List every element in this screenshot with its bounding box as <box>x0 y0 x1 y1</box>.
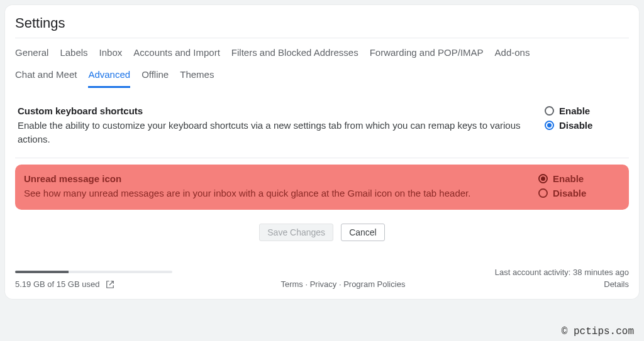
link-terms[interactable]: Terms <box>280 279 303 289</box>
radio-label: Disable <box>559 120 592 131</box>
tab-chat-meet[interactable]: Chat and Meet <box>15 68 77 88</box>
radio-icon <box>538 188 548 198</box>
tab-filters-blocked[interactable]: Filters and Blocked Addresses <box>231 46 358 64</box>
settings-sections: Custom keyboard shortcuts Enable the abi… <box>15 88 629 210</box>
external-link-icon[interactable] <box>106 280 114 289</box>
link-privacy[interactable]: Privacy <box>310 279 337 289</box>
tab-accounts-import[interactable]: Accounts and Import <box>133 46 220 64</box>
tab-advanced[interactable]: Advanced <box>88 68 130 88</box>
storage-bar-fill <box>15 271 69 273</box>
section-unread-message-icon: Unread message icon See how many unread … <box>15 165 629 210</box>
section-description-block: Unread message icon See how many unread … <box>24 173 526 200</box>
footer-links: Terms · Privacy · Program Policies <box>191 279 495 289</box>
radio-label: Disable <box>553 188 586 198</box>
section-options: Enable Disable <box>545 106 626 131</box>
radio-icon <box>538 174 548 183</box>
cancel-button[interactable]: Cancel <box>341 224 385 241</box>
tab-inbox[interactable]: Inbox <box>99 46 123 64</box>
save-button[interactable]: Save Changes <box>259 224 333 241</box>
radio-enable[interactable]: Enable <box>538 173 614 184</box>
footer-right: Last account activity: 38 minutes ago De… <box>495 268 629 289</box>
section-description-block: Custom keyboard shortcuts Enable the abi… <box>18 106 532 146</box>
page-title: Settings <box>15 11 629 38</box>
storage-block: 5.19 GB of 15 GB used <box>15 271 191 289</box>
last-activity-text: Last account activity: 38 minutes ago <box>495 268 629 277</box>
radio-icon <box>545 121 554 130</box>
footer: 5.19 GB of 15 GB used Terms · Privacy · … <box>15 268 629 289</box>
tab-offline[interactable]: Offline <box>142 68 169 88</box>
section-title: Custom keyboard shortcuts <box>18 106 532 116</box>
radio-enable[interactable]: Enable <box>545 106 620 116</box>
radio-label: Enable <box>553 173 584 184</box>
section-options: Enable Disable <box>538 173 620 198</box>
watermark: © pctips.com <box>562 326 634 337</box>
tab-general[interactable]: General <box>15 46 48 64</box>
settings-panel: Settings General Labels Inbox Accounts a… <box>5 5 639 299</box>
radio-disable[interactable]: Disable <box>538 188 614 198</box>
tab-addons[interactable]: Add-ons <box>495 46 530 64</box>
tab-labels[interactable]: Labels <box>60 46 87 64</box>
tabs-row-2: Chat and Meet Advanced Offline Themes <box>15 64 629 88</box>
tab-themes[interactable]: Themes <box>180 68 214 88</box>
separator: · <box>303 279 310 289</box>
link-program-policies[interactable]: Program Policies <box>343 279 405 289</box>
radio-disable[interactable]: Disable <box>545 120 620 131</box>
action-buttons: Save Changes Cancel <box>15 210 629 247</box>
radio-icon <box>545 106 554 116</box>
section-description: Enable the ability to customize your key… <box>18 119 532 146</box>
section-title: Unread message icon <box>24 173 526 184</box>
tabs-row-1: General Labels Inbox Accounts and Import… <box>15 38 629 64</box>
section-description: See how many unread messages are in your… <box>24 187 526 200</box>
radio-label: Enable <box>559 106 590 116</box>
tab-forwarding-pop-imap[interactable]: Forwarding and POP/IMAP <box>370 46 484 64</box>
details-link[interactable]: Details <box>495 279 629 289</box>
storage-text: 5.19 GB of 15 GB used <box>15 279 99 289</box>
section-custom-keyboard-shortcuts: Custom keyboard shortcuts Enable the abi… <box>15 97 629 158</box>
storage-bar <box>15 271 172 273</box>
separator: · <box>336 279 343 289</box>
